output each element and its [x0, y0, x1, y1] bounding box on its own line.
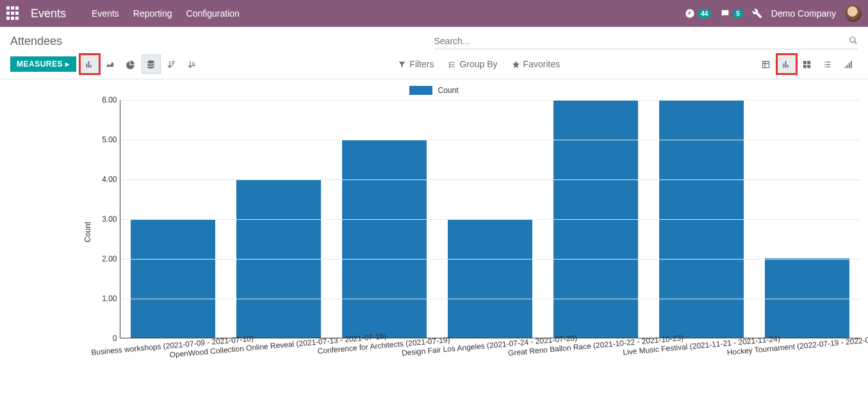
y-tick: 6.00	[93, 95, 117, 104]
activities-badge: 44	[698, 10, 711, 18]
top-navbar: Events Events Reporting Configuration 44…	[0, 0, 868, 27]
measures-label: MEASURES	[17, 60, 63, 69]
list-view-button[interactable]	[818, 54, 837, 74]
measures-button[interactable]: MEASURES ▸	[10, 56, 76, 72]
legend-label: Count	[438, 86, 458, 95]
groupby-button[interactable]: Group By	[448, 59, 497, 69]
activities-button[interactable]: 44	[685, 8, 711, 19]
y-axis-label: Count	[83, 221, 92, 242]
sort-desc-icon	[167, 60, 176, 69]
discuss-button[interactable]: 5	[720, 8, 743, 19]
nav-link-configuration[interactable]: Configuration	[186, 8, 240, 19]
list-view-icon	[823, 60, 832, 69]
sort-asc-icon	[187, 60, 197, 69]
bar-chart-icon	[782, 60, 791, 69]
nav-links: Events Reporting Configuration	[92, 8, 240, 19]
filter-icon	[398, 60, 406, 69]
nav-link-events[interactable]: Events	[92, 8, 119, 19]
grid-icon	[761, 60, 771, 69]
kanban-view-button[interactable]	[798, 54, 817, 74]
kanban-icon	[802, 60, 812, 69]
favorites-label: Favorites	[523, 59, 561, 69]
area-chart-icon	[105, 60, 115, 69]
y-tick: 2.00	[93, 254, 117, 263]
nav-link-reporting[interactable]: Reporting	[133, 8, 172, 19]
bar-chart-button[interactable]	[80, 54, 99, 74]
search-icon[interactable]	[849, 36, 858, 47]
apps-menu-icon[interactable]	[6, 6, 20, 21]
y-tick: 0	[93, 334, 117, 343]
chart-type-group	[80, 54, 202, 74]
groupby-label: Group By	[459, 59, 497, 69]
pivot-view-button[interactable]	[757, 54, 776, 74]
sort-asc-button[interactable]	[183, 54, 202, 74]
plot	[120, 100, 860, 338]
chat-icon	[720, 8, 730, 19]
favorites-button[interactable]: Favorites	[512, 59, 561, 69]
database-icon	[146, 60, 156, 69]
debug-icon[interactable]	[752, 8, 762, 19]
pie-chart-icon	[126, 60, 135, 69]
filters-button[interactable]: Filters	[398, 59, 434, 69]
control-panel: Attendees MEASURES ▸ Filters Group	[0, 27, 868, 79]
search-box[interactable]	[434, 33, 858, 49]
activity-view-button[interactable]	[839, 54, 858, 74]
company-name[interactable]: Demo Company	[771, 8, 836, 19]
avatar[interactable]	[845, 5, 862, 22]
discuss-badge: 5	[733, 10, 743, 18]
signal-icon	[843, 60, 853, 69]
y-tick: 1.00	[93, 294, 117, 303]
y-tick: 4.00	[93, 175, 117, 184]
view-switcher	[757, 54, 858, 74]
breadcrumb: Attendees	[10, 35, 62, 48]
y-tick: 3.00	[93, 215, 117, 224]
search-input[interactable]	[434, 33, 849, 49]
bar[interactable]	[131, 219, 215, 338]
nav-right: 44 5 Demo Company	[685, 5, 862, 22]
list-icon	[448, 60, 456, 69]
bar[interactable]	[448, 219, 532, 338]
app-brand[interactable]: Events	[31, 7, 66, 21]
stacked-button[interactable]	[142, 54, 161, 74]
legend-swatch	[409, 86, 432, 95]
graph-view-button[interactable]	[777, 54, 796, 74]
star-icon	[512, 60, 520, 69]
caret-right-icon: ▸	[65, 60, 70, 69]
y-tick: 5.00	[93, 135, 117, 144]
sort-desc-button[interactable]	[162, 54, 181, 74]
bar-chart-icon	[85, 60, 94, 69]
chart-area: Count 01.002.003.004.005.006.00 Business…	[8, 99, 860, 365]
search-options: Filters Group By Favorites	[398, 59, 560, 69]
line-chart-button[interactable]	[101, 54, 120, 74]
filters-label: Filters	[409, 59, 434, 69]
bar[interactable]	[342, 140, 427, 338]
chart-legend: Count	[5, 86, 863, 95]
clock-icon	[685, 8, 695, 19]
pie-chart-button[interactable]	[121, 54, 140, 74]
chart-container: Count Count 01.002.003.004.005.006.00 Bu…	[0, 79, 868, 398]
